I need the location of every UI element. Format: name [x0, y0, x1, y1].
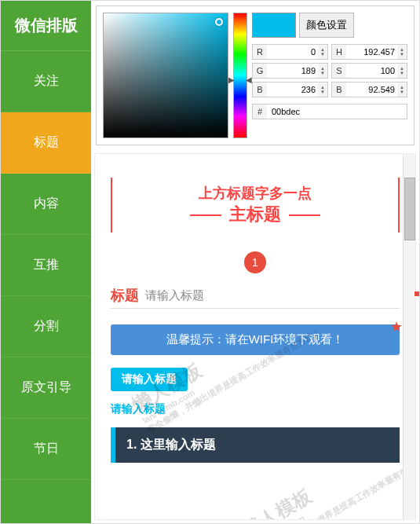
- scrollbar[interactable]: [403, 154, 415, 519]
- cyan-text-template[interactable]: 请输入标题: [111, 402, 400, 416]
- main-panel: ▶◀ 颜色设置 R ▲▼ H ▲▼: [91, 1, 419, 523]
- spinner-icon[interactable]: ▲▼: [318, 85, 327, 94]
- b-input[interactable]: [267, 82, 318, 97]
- hue-arrow-left-icon: ▶: [228, 75, 235, 84]
- color-picker-panel: ▶◀ 颜色设置 R ▲▼ H ▲▼: [96, 5, 415, 145]
- tip-banner[interactable]: 温馨提示：请在WIFI环境下观看！ ★: [111, 324, 400, 355]
- spinner-icon[interactable]: ▲▼: [397, 85, 407, 94]
- sidebar-item-title[interactable]: 标题: [1, 112, 91, 174]
- spinner-icon[interactable]: ▲▼: [318, 66, 327, 75]
- marker-icon: [415, 291, 419, 296]
- picker-cursor-icon[interactable]: [215, 18, 223, 26]
- sidebar-item-festival[interactable]: 节日: [1, 419, 91, 480]
- spinner-icon[interactable]: ▲▼: [397, 66, 407, 75]
- scrollbar-thumb[interactable]: [404, 178, 415, 240]
- content-scroll[interactable]: 上方标题字多一点 主标题 1 标题 请输入标题 温馨提示：请在WIFI环境下观看…: [95, 154, 415, 519]
- br-input-row: B ▲▼: [331, 82, 407, 97]
- hex-input[interactable]: [267, 104, 407, 119]
- g-input-row: G ▲▼: [252, 63, 328, 79]
- spinner-icon[interactable]: ▲▼: [397, 47, 407, 57]
- hue-slider[interactable]: ▶◀: [233, 13, 247, 138]
- saturation-picker[interactable]: [103, 13, 228, 138]
- sidebar-item-guide[interactable]: 原文引导: [1, 357, 91, 419]
- star-icon: ★: [390, 318, 403, 335]
- hex-input-row: #: [252, 104, 407, 119]
- sidebar: 微信排版 关注 标题 内容 互推 分割 原文引导 节日: [1, 1, 91, 523]
- color-swatch: [252, 13, 296, 38]
- spinner-icon[interactable]: ▲▼: [318, 47, 327, 57]
- s-input[interactable]: [346, 64, 397, 78]
- color-settings-button[interactable]: 颜色设置: [299, 13, 354, 38]
- hue-arrow-right-icon: ◀: [246, 75, 252, 84]
- sidebar-item-content[interactable]: 内容: [1, 174, 91, 235]
- sidebar-item-divider[interactable]: 分割: [1, 296, 91, 357]
- dark-title-template[interactable]: 1. 这里输入标题: [111, 427, 400, 463]
- number-badge[interactable]: 1: [244, 251, 266, 273]
- b-input-row: B ▲▼: [252, 82, 328, 97]
- cyan-button-template[interactable]: 请输入标题: [111, 368, 188, 391]
- title-template-1[interactable]: 上方标题字多一点 主标题: [111, 178, 400, 233]
- r-input[interactable]: [267, 45, 318, 59]
- sidebar-item-follow[interactable]: 关注: [1, 51, 91, 112]
- s-input-row: S ▲▼: [331, 63, 407, 79]
- h-input-row: H ▲▼: [331, 44, 407, 60]
- br-input[interactable]: [346, 82, 397, 97]
- h-input[interactable]: [346, 45, 397, 59]
- g-input[interactable]: [267, 64, 318, 78]
- sidebar-item-mutual[interactable]: 互推: [1, 235, 91, 296]
- title-template-2[interactable]: 标题 请输入标题: [111, 286, 400, 309]
- sidebar-header: 微信排版: [1, 1, 91, 51]
- r-input-row: R ▲▼: [252, 44, 328, 60]
- content-area: 上方标题字多一点 主标题 1 标题 请输入标题 温馨提示：请在WIFI环境下观看…: [94, 153, 416, 520]
